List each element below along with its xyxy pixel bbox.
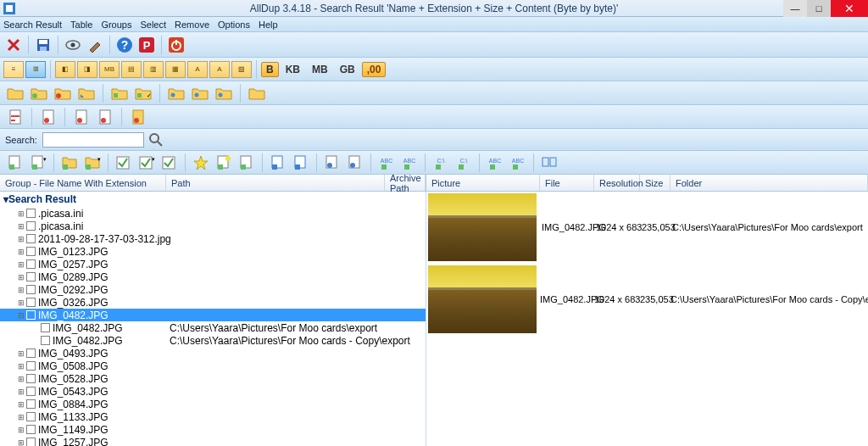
tree-item[interactable]: ⊞IMG_0493.JPG xyxy=(0,347,426,360)
tree-item[interactable]: ⊞IMG_1257.JPG xyxy=(0,436,426,446)
tree-item[interactable]: ⊞IMG_0123.JPG xyxy=(0,245,426,258)
folder-icon-5[interactable] xyxy=(109,85,130,102)
sel-btn-11[interactable] xyxy=(291,153,311,172)
sel-btn-8[interactable] xyxy=(214,153,234,172)
view-btn-2[interactable]: ⊞ xyxy=(25,61,46,78)
size-b[interactable]: B xyxy=(261,62,279,77)
checkbox[interactable] xyxy=(26,221,36,231)
tree-item[interactable]: ⊞IMG_0528.JPG xyxy=(0,372,426,385)
checkbox[interactable] xyxy=(26,272,36,282)
tree-child-item[interactable]: IMG_0482.JPGC:\Users\Yaara\Pictures\For … xyxy=(0,334,426,347)
col-folder[interactable]: Folder xyxy=(670,175,868,191)
brush-icon[interactable] xyxy=(85,35,105,55)
view-btn-1[interactable]: ≡ xyxy=(3,61,24,78)
tree-item[interactable]: ⊞IMG_0884.JPG xyxy=(0,398,426,410)
delete-icon[interactable] xyxy=(3,35,24,55)
menu-help[interactable]: Help xyxy=(259,20,278,30)
tree-item[interactable]: ⊞.picasa.ini xyxy=(0,207,426,220)
folder-icon-3[interactable] xyxy=(53,85,73,102)
menu-groups[interactable]: Groups xyxy=(101,20,131,30)
checkbox[interactable] xyxy=(26,374,36,383)
expand-icon[interactable]: ⊞ xyxy=(17,235,25,243)
sel-btn-7[interactable] xyxy=(159,153,180,172)
sel-btn-abc3[interactable]: ABC xyxy=(485,153,505,172)
expand-icon[interactable]: ⊞ xyxy=(17,387,25,396)
checkbox[interactable] xyxy=(26,310,36,320)
menu-options[interactable]: Options xyxy=(218,20,250,30)
detail-row[interactable]: IMG_0482.JPG1024 x 683235,053C:\Users\Ya… xyxy=(426,264,868,336)
file-icon-5[interactable] xyxy=(128,109,148,125)
checkbox[interactable] xyxy=(26,412,36,421)
tree-item[interactable]: ⊞IMG_0289.JPG xyxy=(0,270,426,283)
sel-btn-abc2[interactable]: ABC xyxy=(399,153,420,172)
detail-panel[interactable]: IMG_0482.JPG1024 x 683235,053C:\Users\Ya… xyxy=(426,192,868,446)
size-gb[interactable]: GB xyxy=(335,62,360,77)
expand-icon[interactable]: ⊞ xyxy=(17,426,25,434)
checkbox[interactable] xyxy=(26,259,36,269)
expand-icon[interactable]: ⊞ xyxy=(17,209,25,218)
tree-item[interactable]: ⊞2011-09-28-17-37-03-312.jpg xyxy=(0,232,426,245)
sel-btn-2[interactable]: ▾ xyxy=(28,153,48,172)
tree-root[interactable]: ▾ Search Result xyxy=(0,192,426,207)
size-kb[interactable]: KB xyxy=(281,62,305,77)
checkbox[interactable] xyxy=(26,399,36,409)
sel-btn-12[interactable] xyxy=(322,153,342,172)
expand-icon[interactable]: ⊞ xyxy=(17,286,25,294)
view-btn-mb[interactable]: MB xyxy=(99,61,120,78)
tree-item[interactable]: ⊞IMG_0257.JPG xyxy=(0,258,426,270)
tree-item[interactable]: ⊞IMG_0292.JPG xyxy=(0,283,426,296)
checkbox[interactable] xyxy=(26,298,36,307)
sel-btn-6[interactable]: ▾ xyxy=(136,153,157,172)
sel-btn-13[interactable] xyxy=(345,153,365,172)
menu-select[interactable]: Select xyxy=(140,20,166,30)
detail-row[interactable]: IMG_0482.JPG1024 x 683235,053C:\Users\Ya… xyxy=(426,192,868,264)
tree-panel[interactable]: ▾ Search Result⊞.picasa.ini⊞.picasa.ini⊞… xyxy=(0,192,426,446)
tree-item[interactable]: ⊞IMG_0326.JPG xyxy=(0,296,426,309)
view-btn-5[interactable]: ▤ xyxy=(121,61,142,78)
expand-icon[interactable]: ⊞ xyxy=(17,375,25,383)
folder-icon-9[interactable] xyxy=(214,85,234,102)
view-btn-8[interactable]: ▧ xyxy=(231,61,252,78)
tree-item[interactable]: ⊞IMG_0508.JPG xyxy=(0,360,426,372)
checkbox[interactable] xyxy=(26,348,36,358)
expand-icon[interactable]: ⊞ xyxy=(17,273,25,282)
folder-icon-6[interactable]: ✓ xyxy=(133,85,153,102)
folder-icon-2[interactable] xyxy=(29,85,49,102)
checkbox[interactable] xyxy=(41,323,50,332)
view-btn-6[interactable]: ▥ xyxy=(143,61,164,78)
pinterest-icon[interactable]: P xyxy=(136,35,157,55)
folder-icon-1[interactable] xyxy=(5,85,25,102)
col-resolution[interactable]: Resolution xyxy=(594,175,640,191)
maximize-button[interactable]: □ xyxy=(807,0,831,17)
size-comma[interactable]: ,00 xyxy=(362,62,387,77)
checkbox[interactable] xyxy=(26,425,36,434)
tree-item[interactable]: ⊞IMG_0543.JPG xyxy=(0,385,426,398)
checkbox[interactable] xyxy=(26,361,36,371)
expand-icon[interactable]: ⊟ xyxy=(17,311,25,320)
size-mb[interactable]: MB xyxy=(307,62,333,77)
tree-item[interactable]: ⊞IMG_1149.JPG xyxy=(0,423,426,436)
sel-btn-ca2[interactable]: C:\ xyxy=(453,153,474,172)
view-btn-a1[interactable]: A xyxy=(187,61,208,78)
checkbox[interactable] xyxy=(26,285,36,294)
sel-btn-3[interactable] xyxy=(59,153,80,172)
view-btn-a2[interactable]: A xyxy=(209,61,230,78)
col-size[interactable]: Size xyxy=(640,175,670,191)
folder-icon-10[interactable] xyxy=(247,85,267,102)
expand-icon[interactable]: ⊞ xyxy=(17,248,25,256)
preview-icon[interactable] xyxy=(63,35,83,55)
file-icon-3[interactable] xyxy=(71,109,92,125)
checkbox[interactable] xyxy=(26,209,36,218)
help-icon[interactable]: ? xyxy=(114,35,135,55)
sel-btn-ca1[interactable]: C:\ xyxy=(431,153,451,172)
folder-icon-4[interactable] xyxy=(76,85,97,102)
expand-icon[interactable]: ⊞ xyxy=(17,400,25,409)
view-btn-3[interactable]: ◧ xyxy=(55,61,75,78)
expand-icon[interactable]: ⊞ xyxy=(17,260,25,269)
menu-remove[interactable]: Remove xyxy=(175,20,209,30)
checkbox[interactable] xyxy=(26,387,36,396)
checkbox[interactable] xyxy=(26,247,36,256)
power-icon[interactable] xyxy=(166,35,186,55)
sel-btn-compare[interactable] xyxy=(539,153,559,172)
checkbox[interactable] xyxy=(26,438,36,446)
